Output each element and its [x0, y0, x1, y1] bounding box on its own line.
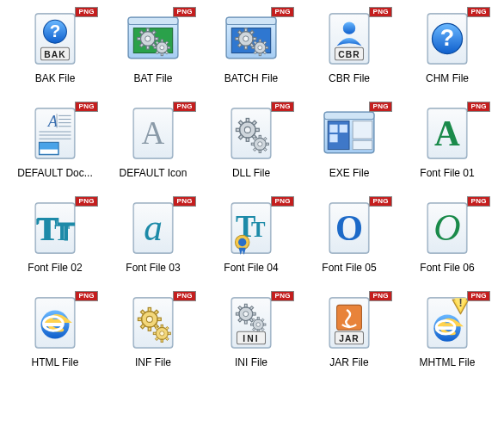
file-item-inf[interactable]: PNGINF File [105, 293, 201, 368]
file-item-mhtml[interactable]: PNGMHTML File [399, 293, 495, 368]
mhtml-icon [417, 293, 477, 353]
file-label: Font File 03 [126, 262, 180, 274]
png-badge: PNG [173, 196, 196, 207]
png-badge: PNG [271, 102, 294, 112]
file-label: Font File 02 [28, 262, 82, 274]
batch-icon [221, 9, 281, 69]
file-label: DEFAULT Doc... [17, 167, 93, 179]
file-label: Font File 05 [322, 262, 376, 274]
file-label: CHM File [426, 72, 469, 84]
png-badge: PNG [467, 102, 490, 112]
png-badge: PNG [369, 291, 392, 301]
file-label: INI File [235, 356, 267, 368]
file-label: Font File 01 [420, 167, 474, 179]
font01-icon [417, 103, 477, 164]
ini-icon [221, 293, 281, 353]
file-icon-grid: PNGBAK FilePNGBAT FilePNGBATCH FilePNGCB… [7, 9, 497, 368]
png-badge: PNG [75, 291, 98, 301]
file-label: EXE File [329, 167, 370, 179]
default-doc-icon [25, 103, 85, 164]
file-item-exe[interactable]: PNGEXE File [301, 103, 397, 179]
file-item-bak[interactable]: PNGBAK File [7, 9, 103, 84]
file-item-chm[interactable]: PNGCHM File [399, 9, 495, 84]
file-label: BAT File [134, 72, 173, 84]
file-item-default-doc[interactable]: PNGDEFAULT Doc... [7, 103, 103, 179]
file-item-ini[interactable]: PNGINI File [203, 293, 299, 368]
png-badge: PNG [369, 102, 392, 112]
png-badge: PNG [271, 196, 294, 207]
png-badge: PNG [369, 196, 392, 207]
bat-icon [123, 9, 183, 69]
font03-icon [123, 198, 183, 258]
jar-icon [319, 293, 379, 353]
png-badge: PNG [75, 196, 98, 207]
png-badge: PNG [173, 102, 196, 112]
default-icon-icon [123, 103, 183, 164]
cbr-icon [319, 9, 379, 69]
file-label: BATCH File [224, 72, 278, 84]
file-item-font01[interactable]: PNGFont File 01 [399, 103, 495, 179]
bak-icon [25, 9, 85, 69]
html-icon [25, 293, 85, 353]
png-badge: PNG [75, 102, 98, 112]
file-item-font04[interactable]: PNGFont File 04 [203, 198, 299, 274]
file-label: DEFAULT Icon [120, 167, 187, 179]
file-item-cbr[interactable]: PNGCBR File [301, 9, 397, 84]
file-item-batch[interactable]: PNGBATCH File [203, 9, 299, 84]
file-label: MHTML File [420, 356, 476, 368]
file-item-font02[interactable]: PNGFont File 02 [7, 198, 103, 274]
file-label: Font File 04 [224, 262, 278, 274]
font04-icon [221, 198, 281, 258]
file-label: INF File [135, 356, 171, 368]
file-label: BAK File [35, 72, 76, 84]
png-badge: PNG [271, 291, 294, 301]
file-item-default-icon[interactable]: PNGDEFAULT Icon [105, 103, 201, 179]
file-label: CBR File [329, 72, 370, 84]
png-badge: PNG [271, 7, 294, 17]
png-badge: PNG [173, 291, 196, 301]
font05-icon [319, 198, 379, 258]
font02-icon [25, 198, 85, 258]
exe-icon [319, 103, 379, 164]
file-item-jar[interactable]: PNGJAR File [301, 293, 397, 368]
chm-icon [417, 9, 477, 69]
png-badge: PNG [369, 7, 392, 17]
png-badge: PNG [467, 196, 490, 207]
png-badge: PNG [75, 7, 98, 17]
inf-icon [123, 293, 183, 353]
file-item-font06[interactable]: PNGFont File 06 [399, 198, 495, 274]
file-item-font03[interactable]: PNGFont File 03 [105, 198, 201, 274]
file-item-font05[interactable]: PNGFont File 05 [301, 198, 397, 274]
png-badge: PNG [467, 291, 490, 301]
png-badge: PNG [467, 7, 490, 17]
file-item-dll[interactable]: PNGDLL File [203, 103, 299, 179]
file-label: JAR File [329, 356, 368, 368]
file-item-bat[interactable]: PNGBAT File [105, 9, 201, 84]
file-label: DLL File [232, 167, 270, 179]
file-label: HTML File [32, 356, 79, 368]
font06-icon [417, 198, 477, 258]
dll-icon [221, 103, 281, 164]
file-item-html[interactable]: PNGHTML File [7, 293, 103, 368]
png-badge: PNG [173, 7, 196, 17]
file-label: Font File 06 [420, 262, 474, 274]
